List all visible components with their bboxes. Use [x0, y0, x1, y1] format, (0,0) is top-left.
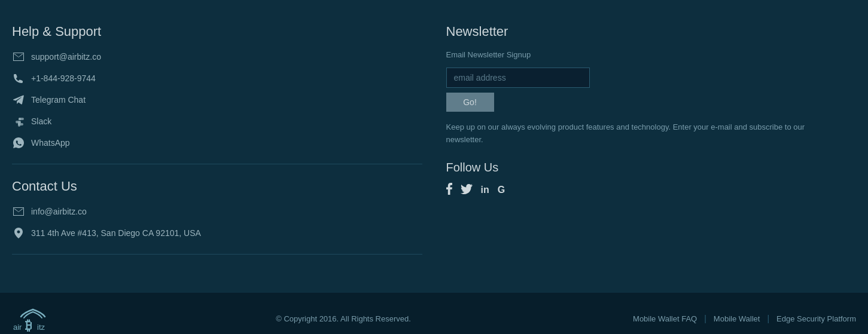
go-button[interactable]: Go! — [446, 93, 494, 112]
edge-security-link[interactable]: Edge Security Platform — [776, 314, 856, 323]
left-column: Help & Support support@airbitz.co +1-844… — [12, 24, 422, 269]
whatsapp-link[interactable]: WhatsApp — [12, 136, 422, 149]
support-email-text: support@airbitz.co — [31, 52, 101, 62]
mobile-wallet-faq-link[interactable]: Mobile Wallet FAQ — [633, 314, 697, 323]
help-support-title: Help & Support — [12, 24, 422, 39]
facebook-link[interactable] — [446, 183, 452, 198]
telegram-text: Telegram Chat — [31, 95, 86, 105]
phone-icon — [12, 72, 25, 85]
right-column: Newsletter Email Newsletter Signup Go! K… — [422, 24, 857, 269]
divider-1 — [12, 164, 422, 164]
contact-email-text: info@airbitz.co — [31, 207, 87, 216]
telegram-icon — [12, 93, 25, 106]
telegram-link[interactable]: Telegram Chat — [12, 93, 422, 106]
google-icon: G — [498, 185, 505, 195]
linkedin-icon: in — [481, 185, 489, 195]
phone-link[interactable]: +1-844-928-9744 — [12, 72, 422, 85]
airbitz-logo-icon: ₿ air itz — [12, 304, 54, 333]
address-item: 311 4th Ave #413, San Diego CA 92101, US… — [12, 226, 422, 240]
google-link[interactable]: G — [498, 185, 505, 195]
phone-text: +1-844-928-9744 — [31, 73, 96, 83]
map-pin-icon — [12, 226, 25, 240]
bottom-footer: ₿ air itz © Copyright 2016. All Rights R… — [0, 293, 868, 334]
facebook-icon — [446, 183, 452, 198]
newsletter-subtitle: Email Newsletter Signup — [446, 50, 857, 59]
mobile-wallet-link[interactable]: Mobile Wallet — [714, 314, 760, 323]
contact-email-link[interactable]: info@airbitz.co — [12, 205, 422, 218]
newsletter-title: Newsletter — [446, 24, 857, 39]
copyright-text: © Copyright 2016. All Rights Reserved. — [276, 314, 411, 323]
divider-2 — [12, 254, 422, 255]
separator-2: | — [767, 314, 769, 323]
contact-us-title: Contact Us — [12, 179, 422, 194]
separator-1: | — [704, 314, 706, 323]
main-footer: Help & Support support@airbitz.co +1-844… — [0, 0, 868, 281]
envelope-icon — [12, 50, 25, 63]
svg-text:air: air — [13, 323, 22, 332]
follow-us-title: Follow Us — [446, 161, 857, 174]
address-text: 311 4th Ave #413, San Diego CA 92101, US… — [31, 228, 201, 238]
newsletter-form: Go! — [446, 68, 857, 112]
linkedin-link[interactable]: in — [481, 185, 489, 195]
svg-text:itz: itz — [37, 323, 45, 332]
whatsapp-text: WhatsApp — [31, 138, 70, 148]
slack-icon — [12, 115, 25, 128]
support-email-link[interactable]: support@airbitz.co — [12, 50, 422, 63]
bottom-links: Mobile Wallet FAQ | Mobile Wallet | Edge… — [633, 314, 856, 323]
contact-envelope-icon — [12, 205, 25, 218]
slack-text: Slack — [31, 117, 51, 126]
email-input[interactable] — [446, 68, 590, 88]
social-icons-group: in G — [446, 183, 857, 198]
svg-text:₿: ₿ — [25, 318, 32, 333]
newsletter-description: Keep up on our always evolving product f… — [446, 121, 829, 146]
whatsapp-icon — [12, 136, 25, 149]
twitter-icon — [461, 183, 473, 197]
twitter-link[interactable] — [461, 183, 473, 197]
logo-area: ₿ air itz — [12, 304, 54, 333]
slack-link[interactable]: Slack — [12, 115, 422, 128]
